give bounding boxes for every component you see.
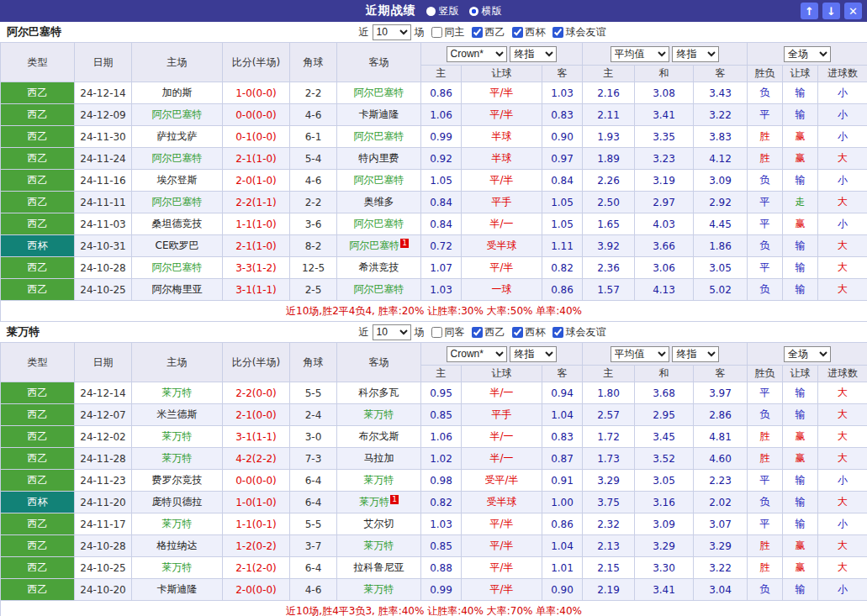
team-link[interactable]: 莱万特 bbox=[162, 452, 193, 464]
team-link[interactable]: 埃尔登斯 bbox=[157, 174, 198, 186]
full-match-select[interactable]: 全场 bbox=[784, 46, 831, 62]
team-link[interactable]: 莱万特 bbox=[359, 496, 389, 508]
league-checkbox[interactable] bbox=[472, 327, 483, 338]
close-button[interactable]: ✕ bbox=[844, 3, 862, 19]
team-link[interactable]: 阿尔巴塞特 bbox=[354, 283, 404, 295]
team-link[interactable]: 萨拉戈萨 bbox=[157, 130, 198, 142]
league-checkbox[interactable] bbox=[552, 327, 563, 338]
bookmaker-select[interactable]: Crown* bbox=[447, 346, 507, 362]
avg-draw-cell: 2.97 bbox=[635, 192, 694, 213]
same-venue-checkbox[interactable] bbox=[431, 327, 442, 338]
goals-result-cell: 小 bbox=[818, 104, 867, 126]
league-checkbox[interactable] bbox=[552, 27, 563, 38]
avg-away-cell: 3.43 bbox=[694, 82, 748, 104]
team-link[interactable]: 阿尔巴塞特 bbox=[354, 174, 404, 186]
league-filter-friendly[interactable]: 球会友谊 bbox=[549, 25, 606, 39]
team-link[interactable]: 马拉加 bbox=[364, 452, 394, 464]
avg-draw-cell: 3.35 bbox=[635, 126, 694, 148]
league-filter-segunda[interactable]: 西乙 bbox=[468, 25, 505, 39]
scroll-down-button[interactable]: ↓ bbox=[822, 3, 840, 19]
match-count-select[interactable]: 10 bbox=[373, 24, 411, 40]
average-select[interactable]: 平均值 bbox=[611, 346, 669, 362]
team-link[interactable]: 拉科鲁尼亚 bbox=[354, 561, 404, 573]
league-checkbox[interactable] bbox=[512, 327, 523, 338]
team-link[interactable]: 莱万特 bbox=[364, 474, 394, 486]
team-link[interactable]: 莱万特 bbox=[162, 518, 193, 529]
team-link[interactable]: 莱万特 bbox=[162, 561, 193, 573]
team-link[interactable]: 阿尔巴塞特 bbox=[152, 196, 203, 208]
col-home: 主场 bbox=[132, 343, 223, 382]
team-link[interactable]: 阿尔巴塞特 bbox=[152, 261, 203, 273]
team-link[interactable]: 阿尔巴塞特 bbox=[354, 130, 404, 142]
same-venue-checkbox[interactable] bbox=[431, 27, 442, 38]
average-select[interactable]: 平均值 bbox=[611, 46, 669, 62]
radio-selected-icon[interactable] bbox=[469, 7, 478, 16]
full-match-select[interactable]: 全场 bbox=[784, 346, 831, 362]
team-link[interactable]: 米兰德斯 bbox=[157, 408, 198, 420]
team-link[interactable]: 特内里费 bbox=[359, 152, 399, 164]
odds-away-cell: 1.05 bbox=[542, 192, 583, 213]
team-link[interactable]: 格拉纳达 bbox=[157, 540, 198, 551]
average-header: 平均值 终指 bbox=[583, 43, 748, 66]
scroll-up-button[interactable]: ↑ bbox=[801, 3, 818, 19]
team-link[interactable]: 莱万特 bbox=[364, 408, 394, 420]
handicap-cell: 平/半 bbox=[462, 513, 542, 535]
final-odds-select[interactable]: 终指 bbox=[510, 346, 557, 362]
home-team-cell: 阿尔巴塞特 bbox=[132, 148, 223, 170]
odds-home-cell: 0.99 bbox=[421, 579, 462, 601]
same-venue-filter[interactable]: 同主 bbox=[428, 25, 465, 39]
team-link[interactable]: 阿尔巴塞特 bbox=[152, 152, 203, 164]
team-link[interactable]: 阿尔巴塞特 bbox=[152, 108, 203, 120]
league-filter-cup[interactable]: 西杯 bbox=[509, 25, 546, 39]
scope-header: 全场 bbox=[748, 43, 867, 66]
col-avg-draw: 和 bbox=[635, 66, 694, 82]
final-odds-select[interactable]: 终指 bbox=[510, 46, 557, 62]
bookmaker-select[interactable]: Crown* bbox=[447, 46, 507, 62]
avg-home-cell: 1.80 bbox=[583, 382, 635, 404]
home-team-cell: 格拉纳达 bbox=[132, 535, 223, 557]
same-venue-filter[interactable]: 同客 bbox=[428, 325, 465, 340]
odds-home-cell: 1.05 bbox=[421, 170, 462, 192]
team-link[interactable]: 奥维多 bbox=[364, 196, 394, 208]
team-link[interactable]: 莱万特 bbox=[162, 430, 193, 442]
team-link[interactable]: 卡斯迪隆 bbox=[359, 108, 399, 120]
final-odds-select-2[interactable]: 终指 bbox=[672, 346, 719, 362]
team-link[interactable]: CE欧罗巴 bbox=[156, 240, 199, 251]
odds-home-cell: 0.98 bbox=[421, 470, 462, 492]
team-link[interactable]: 阿尔巴塞特 bbox=[354, 218, 404, 229]
team-link[interactable]: 卡斯迪隆 bbox=[157, 583, 198, 595]
radio-icon[interactable] bbox=[426, 7, 436, 16]
team-link[interactable]: 阿尔梅里亚 bbox=[152, 283, 203, 295]
match-count-select[interactable]: 10 bbox=[373, 324, 411, 340]
match-result-cell: 胜 bbox=[748, 126, 783, 148]
league-filter-segunda[interactable]: 西乙 bbox=[468, 325, 505, 340]
team-link[interactable]: 布尔戈斯 bbox=[359, 430, 399, 442]
league-filter-cup[interactable]: 西杯 bbox=[509, 325, 546, 340]
score-cell: 1-1(0-1) bbox=[223, 513, 290, 535]
score-cell: 2-2(1-1) bbox=[223, 192, 290, 213]
team-link[interactable]: 阿尔巴塞特 bbox=[349, 240, 399, 251]
team-link[interactable]: 加的斯 bbox=[162, 87, 193, 98]
team-link[interactable]: 希洪竞技 bbox=[359, 261, 399, 273]
team-link[interactable]: 莱万特 bbox=[162, 387, 193, 398]
date-cell: 24-11-03 bbox=[75, 213, 132, 235]
team-link[interactable]: 费罗尔竞技 bbox=[152, 474, 203, 486]
team-link[interactable]: 桑坦德竞技 bbox=[152, 218, 203, 229]
league-checkbox[interactable] bbox=[512, 27, 523, 38]
avg-home-cell: 3.92 bbox=[583, 235, 635, 257]
league-checkbox[interactable] bbox=[472, 27, 483, 38]
view-option-horizontal[interactable]: 横版 bbox=[469, 4, 502, 18]
col-corner: 角球 bbox=[290, 343, 337, 382]
team-link[interactable]: 艾尔切 bbox=[364, 518, 394, 529]
view-option-vertical[interactable]: 竖版 bbox=[426, 4, 459, 18]
final-odds-select-2[interactable]: 终指 bbox=[672, 46, 719, 62]
col-avg-away: 客 bbox=[694, 66, 748, 82]
goals-result-cell: 大 bbox=[818, 192, 867, 213]
team-link[interactable]: 莱万特 bbox=[364, 540, 394, 551]
team-link[interactable]: 科尔多瓦 bbox=[359, 387, 399, 398]
team-link[interactable]: 阿尔巴塞特 bbox=[354, 87, 404, 98]
team-link[interactable]: 庞特贝德拉 bbox=[152, 496, 203, 508]
up-arrow-icon: ↑ bbox=[805, 5, 814, 18]
team-link[interactable]: 莱万特 bbox=[364, 583, 394, 595]
league-filter-friendly[interactable]: 球会友谊 bbox=[549, 325, 606, 340]
